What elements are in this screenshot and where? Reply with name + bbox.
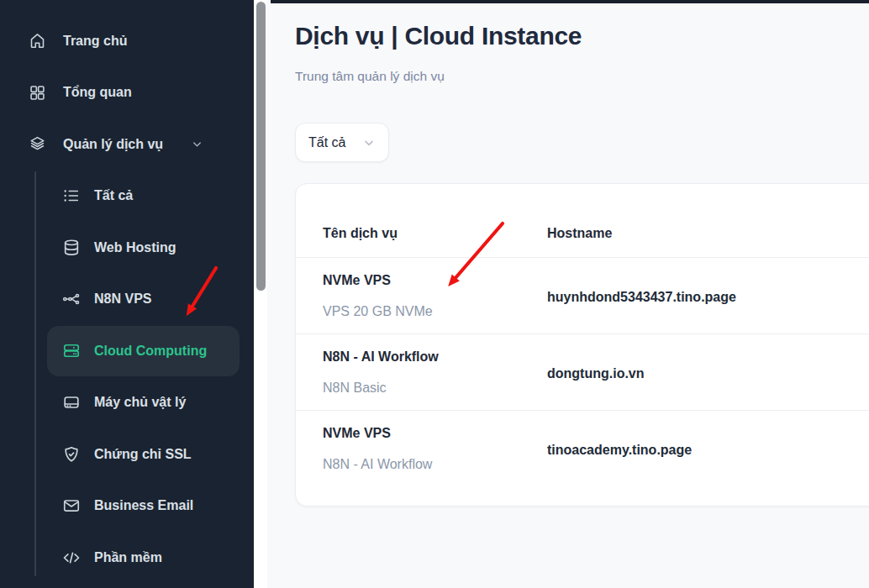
- grid-icon: [28, 83, 46, 102]
- service-name: NVMe VPS: [323, 426, 547, 440]
- sidebar-item-all-services[interactable]: Tất cả: [0, 171, 254, 223]
- table-row[interactable]: NVMe VPS VPS 20 GB NVMe huynhdond5343437…: [296, 258, 869, 334]
- sidebar-item-label: Chứng chỉ SSL: [94, 447, 192, 462]
- sidebar-item-label: Trang chủ: [63, 34, 127, 49]
- sidebar-item-label: Cloud Computing: [94, 344, 207, 359]
- vertical-scrollbar-track[interactable]: [254, 0, 267, 588]
- sidebar-item-label: Tổng quan: [63, 85, 132, 100]
- table-header-row: Tên dịch vụ Hostname: [296, 184, 869, 258]
- service-name-cell: N8N - AI Workflow N8N Basic: [323, 334, 547, 410]
- sidebar-item-label: N8N VPS: [94, 291, 151, 307]
- workflow-icon: [62, 290, 81, 308]
- sidebar: Trang chủ Tổng quan Quản lý dịch vụ Tất …: [0, 0, 254, 588]
- page-title: Dịch vụ | Cloud Instance: [295, 22, 582, 50]
- service-plan: VPS 20 GB NVMe: [323, 304, 547, 318]
- hostname-cell: tinoacademy.tino.page: [547, 411, 869, 507]
- sidebar-item-label: Máy chủ vật lý: [94, 395, 186, 410]
- layers-icon: [28, 135, 46, 154]
- hard-drive-icon: [62, 393, 81, 412]
- sidebar-item-home[interactable]: Trang chủ: [0, 15, 254, 67]
- top-edge-bar: [271, 0, 869, 3]
- filter-selected-value: Tất cả: [308, 135, 345, 150]
- chevron-down-icon: [362, 136, 376, 150]
- hostname-cell: dongtung.io.vn: [547, 334, 869, 410]
- service-plan: N8N - AI Workflow: [323, 457, 547, 471]
- sidebar-nav: Trang chủ Tổng quan Quản lý dịch vụ Tất …: [0, 15, 254, 584]
- sidebar-item-service-management[interactable]: Quản lý dịch vụ: [0, 118, 254, 171]
- sidebar-item-web-hosting[interactable]: Web Hosting: [0, 222, 254, 274]
- database-icon: [62, 239, 81, 257]
- list-icon: [62, 186, 81, 205]
- home-icon: [28, 32, 46, 50]
- shield-check-icon: [62, 445, 81, 464]
- server-icon: [62, 342, 81, 360]
- code-icon: [62, 549, 81, 567]
- service-plan: N8N Basic: [323, 381, 547, 395]
- table-row[interactable]: N8N - AI Workflow N8N Basic dongtung.io.…: [296, 334, 869, 411]
- service-filter-dropdown[interactable]: Tất cả: [295, 123, 389, 162]
- sidebar-item-ssl-certificates[interactable]: Chứng chỉ SSL: [0, 428, 254, 480]
- sidebar-item-business-email[interactable]: Business Email: [0, 480, 254, 533]
- sidebar-item-label: Quản lý dịch vụ: [63, 137, 163, 152]
- page-subtitle: Trung tâm quản lý dịch vụ: [295, 69, 445, 84]
- column-header-hostname: Hostname: [547, 226, 869, 257]
- service-name: NVMe VPS: [323, 273, 547, 287]
- services-table-card: Tên dịch vụ Hostname NVMe VPS VPS 20 GB …: [295, 183, 869, 507]
- sidebar-item-cloud-computing[interactable]: Cloud Computing: [47, 326, 240, 376]
- sidebar-item-software[interactable]: Phần mềm: [0, 532, 254, 584]
- mail-icon: [62, 496, 81, 515]
- service-name-cell: NVMe VPS VPS 20 GB NVMe: [323, 258, 547, 333]
- column-header-service-name: Tên dịch vụ: [323, 226, 547, 257]
- hostname-cell: huynhdond5343437.tino.page: [547, 258, 869, 333]
- sidebar-item-label: Business Email: [94, 498, 193, 513]
- service-name: N8N - AI Workflow: [323, 349, 547, 364]
- service-name-cell: NVMe VPS N8N - AI Workflow: [323, 411, 547, 507]
- sidebar-item-n8n-vps[interactable]: N8N VPS: [0, 274, 254, 326]
- chevron-down-icon: [191, 138, 203, 150]
- main-content: Dịch vụ | Cloud Instance Trung tâm quản …: [267, 0, 869, 588]
- sidebar-item-label: Web Hosting: [94, 240, 176, 255]
- table-row[interactable]: NVMe VPS N8N - AI Workflow tinoacademy.t…: [296, 411, 869, 507]
- sidebar-item-overview[interactable]: Tổng quan: [0, 67, 254, 119]
- sidebar-item-physical-server[interactable]: Máy chủ vật lý: [0, 377, 254, 429]
- sidebar-item-label: Tất cả: [94, 188, 133, 203]
- vertical-scrollbar-thumb[interactable]: [256, 2, 266, 291]
- sidebar-item-label: Phần mềm: [94, 550, 162, 565]
